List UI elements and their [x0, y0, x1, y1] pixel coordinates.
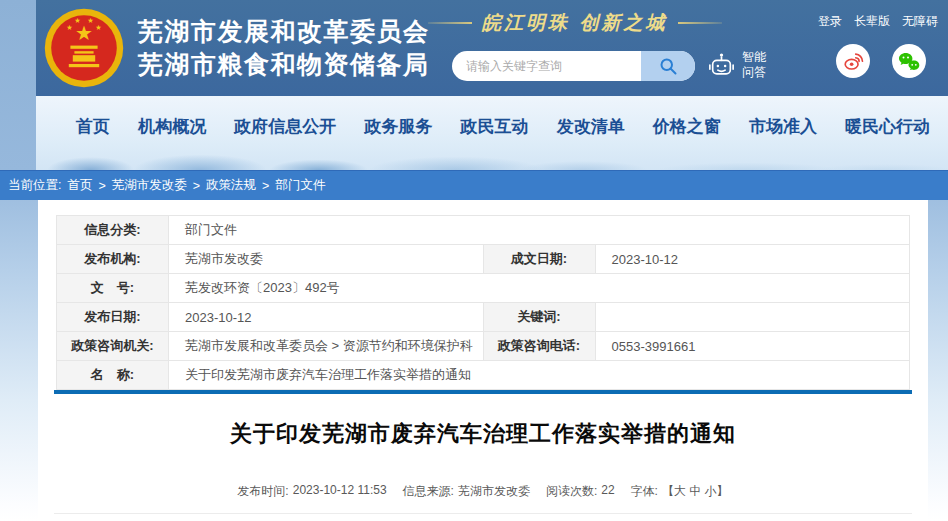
site-logo-link[interactable]: ★ ★ ★ ★ ★ 芜湖市发展和改革委员会 芜湖市粮食和物资储备局 [44, 8, 430, 88]
meta-views: 阅读次数: 22 [546, 483, 615, 500]
site-title-line2: 芜湖市粮食和物资储备局 [138, 48, 430, 81]
national-emblem-icon: ★ ★ ★ ★ ★ [44, 8, 124, 88]
nav-item-price-window[interactable]: 价格之窗 [653, 115, 721, 138]
svg-text:★: ★ [87, 16, 93, 25]
utility-links: 登录 长辈版 无障碍 [818, 13, 938, 30]
meta-font-size: 字体: 【大 中 小】 [631, 483, 729, 500]
breadcrumb-separator: > [262, 179, 269, 193]
field-label-category: 信息分类: [57, 216, 169, 245]
elder-version-link[interactable]: 长辈版 [854, 13, 890, 30]
table-row-category: 信息分类: 部门文件 [57, 216, 910, 245]
social-links [836, 44, 926, 78]
smart-qa-label-line2: 问答 [742, 65, 766, 79]
accessibility-link[interactable]: 无障碍 [902, 13, 938, 30]
field-value-consult-org: 芜湖市发展和改革委员会 > 资源节约和环境保护科 [169, 332, 484, 361]
font-size-options[interactable]: 【大 中 小】 [662, 483, 729, 500]
weibo-button[interactable] [836, 44, 870, 78]
main-nav: 首页 机构概况 政府信息公开 政务服务 政民互动 发改清单 价格之窗 市场准入 … [36, 96, 948, 170]
nav-item-ndrc-list[interactable]: 发改清单 [557, 115, 625, 138]
breadcrumb-item-home[interactable]: 首页 [67, 177, 92, 194]
nav-item-market-access[interactable]: 市场准入 [749, 115, 817, 138]
meta-source-value: 芜湖市发改委 [458, 483, 530, 500]
robot-icon [708, 52, 735, 79]
breadcrumb-item-fgw[interactable]: 芜湖市发改委 [112, 177, 187, 194]
svg-text:★: ★ [95, 23, 101, 32]
breadcrumb-item-dept-docs[interactable]: 部门文件 [275, 177, 325, 194]
login-link[interactable]: 登录 [818, 13, 842, 30]
breadcrumb: 当前位置: 首页 > 芜湖市发改委 > 政策法规 > 部门文件 [0, 170, 948, 200]
site-slogan: 皖江明珠 创新之城 [428, 10, 722, 36]
svg-text:★: ★ [74, 16, 80, 25]
svg-text:★: ★ [75, 22, 93, 44]
smart-qa-button[interactable]: 智能 问答 [708, 50, 766, 80]
field-value-publish-date: 2023-10-12 [169, 303, 484, 332]
meta-font-label: 字体: [631, 483, 658, 500]
field-label-publish-date: 发布日期: [57, 303, 169, 332]
meta-publish-label: 发布时间: [237, 483, 288, 500]
table-accent-bar [54, 390, 912, 394]
field-value-doc-number: 芜发改环资〔2023〕492号 [169, 274, 910, 303]
table-row-doc-name: 名 称: 关于印发芜湖市废弃汽车治理工作落实举措的通知 [57, 361, 910, 390]
table-row-pubdate-keywords: 发布日期: 2023-10-12 关键词: [57, 303, 910, 332]
article-divider [54, 513, 912, 514]
weibo-icon [842, 50, 864, 72]
nav-item-org-overview[interactable]: 机构概况 [138, 115, 206, 138]
field-value-doc-name: 关于印发芜湖市废弃汽车治理工作落实举措的通知 [169, 361, 910, 390]
field-label-doc-name: 名 称: [57, 361, 169, 390]
svg-text:★: ★ [66, 23, 72, 32]
wechat-icon [897, 49, 921, 73]
breadcrumb-separator: > [193, 179, 200, 193]
field-value-agency: 芜湖市发改委 [169, 245, 484, 274]
meta-publish-time: 发布时间: 2023-10-12 11:53 [237, 483, 386, 500]
nav-item-gov-services[interactable]: 政务服务 [364, 115, 432, 138]
slogan-divider-left [428, 22, 472, 24]
breadcrumb-item-policies[interactable]: 政策法规 [206, 177, 256, 194]
smart-qa-label: 智能 问答 [742, 50, 766, 80]
nav-item-interaction[interactable]: 政民互动 [461, 115, 529, 138]
meta-views-label: 阅读次数: [546, 483, 597, 500]
meta-source-label: 信息来源: [403, 483, 454, 500]
main-nav-items: 首页 机构概况 政府信息公开 政务服务 政民互动 发改清单 价格之窗 市场准入 … [76, 96, 930, 156]
site-title-line1: 芜湖市发展和改革委员会 [138, 15, 430, 48]
wechat-button[interactable] [892, 44, 926, 78]
document-info-table: 信息分类: 部门文件 发布机构: 芜湖市发改委 成文日期: 2023-10-12… [56, 215, 910, 390]
field-value-consult-phone: 0553-3991661 [595, 332, 910, 361]
search-input[interactable] [452, 51, 641, 81]
field-label-consult-org: 政策咨询机关: [57, 332, 169, 361]
article-meta: 发布时间: 2023-10-12 11:53 信息来源: 芜湖市发改委 阅读次数… [38, 483, 928, 500]
slogan-divider-right [678, 22, 722, 24]
content-panel: 信息分类: 部门文件 发布机构: 芜湖市发改委 成文日期: 2023-10-12… [38, 200, 928, 521]
nav-item-gov-info[interactable]: 政府信息公开 [234, 115, 336, 138]
meta-views-value: 22 [601, 483, 614, 500]
site-header: ★ ★ ★ ★ ★ 芜湖市发展和改革委员会 芜湖市粮食和物资储备局 皖江明珠 创… [36, 0, 948, 96]
field-label-doc-number: 文 号: [57, 274, 169, 303]
field-value-keywords [595, 303, 910, 332]
field-label-keywords: 关键词: [483, 303, 595, 332]
slogan-text: 皖江明珠 创新之城 [482, 10, 668, 36]
search-icon [658, 56, 678, 76]
meta-publish-value: 2023-10-12 11:53 [293, 483, 387, 500]
smart-qa-label-line1: 智能 [742, 50, 766, 64]
field-value-category: 部门文件 [169, 216, 910, 245]
table-row-agency-date: 发布机构: 芜湖市发改委 成文日期: 2023-10-12 [57, 245, 910, 274]
table-row-consult: 政策咨询机关: 芜湖市发展和改革委员会 > 资源节约和环境保护科 政策咨询电话:… [57, 332, 910, 361]
breadcrumb-prefix: 当前位置: [8, 177, 61, 194]
field-label-consult-phone: 政策咨询电话: [483, 332, 595, 361]
site-title: 芜湖市发展和改革委员会 芜湖市粮食和物资储备局 [138, 15, 430, 81]
field-value-written-date: 2023-10-12 [595, 245, 910, 274]
article-title: 关于印发芜湖市废弃汽车治理工作落实举措的通知 [38, 419, 928, 449]
nav-item-home[interactable]: 首页 [76, 115, 110, 138]
page: ★ ★ ★ ★ ★ 芜湖市发展和改革委员会 芜湖市粮食和物资储备局 皖江明珠 创… [0, 0, 948, 521]
field-label-written-date: 成文日期: [483, 245, 595, 274]
field-label-agency: 发布机构: [57, 245, 169, 274]
search-button[interactable] [641, 51, 695, 81]
table-row-doc-number: 文 号: 芜发改环资〔2023〕492号 [57, 274, 910, 303]
meta-source: 信息来源: 芜湖市发改委 [403, 483, 530, 500]
nav-item-warm-action[interactable]: 暖民心行动 [845, 115, 930, 138]
search-box [452, 51, 695, 81]
breadcrumb-separator: > [98, 179, 105, 193]
